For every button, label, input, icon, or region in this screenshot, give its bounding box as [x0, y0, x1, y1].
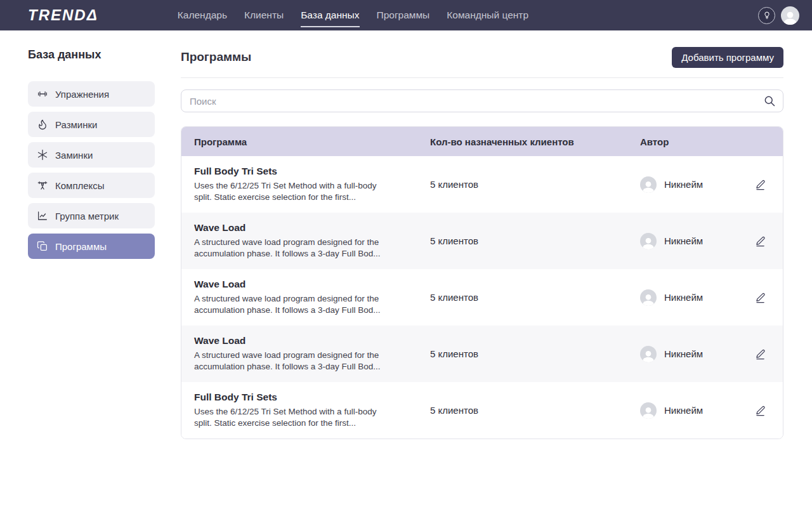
program-name: Full Body Tri Sets — [194, 392, 430, 403]
dumbbell-icon — [37, 88, 48, 100]
program-name: Wave Load — [194, 222, 430, 234]
program-cell: Wave Load A structured wave load program… — [194, 335, 430, 373]
pages-icon — [37, 241, 48, 252]
author-avatar — [640, 289, 657, 306]
program-name: Wave Load — [194, 279, 430, 290]
main-content: Программы Добавить программу Программа К… — [181, 46, 783, 439]
lightbulb-icon[interactable] — [758, 7, 775, 24]
column-header-clients: Кол-во назначенных клиентов — [430, 136, 640, 147]
top-navbar: TRENDΔ Календарь Клиенты База данных Про… — [0, 0, 812, 30]
author-cell: Никнейм — [640, 289, 752, 306]
search-icon[interactable] — [763, 95, 776, 110]
clients-count: 5 клиентов — [430, 235, 640, 246]
author-name: Никнейм — [664, 292, 703, 303]
author-cell: Никнейм — [640, 233, 752, 249]
sidebar: База данных Упражнения Разминки Заминки … — [28, 48, 155, 259]
header-divider — [181, 77, 783, 78]
nav-item[interactable]: Клиенты — [244, 7, 284, 23]
nav-item[interactable]: Календарь — [178, 7, 227, 23]
sidebar-item-label: Программы — [55, 241, 107, 252]
table-row[interactable]: Wave Load A structured wave load program… — [181, 213, 783, 269]
author-avatar — [640, 176, 657, 193]
sidebar-item-label: Разминки — [55, 119, 97, 130]
programs-table: Программа Кол-во назначенных клиентов Ав… — [181, 126, 783, 439]
user-avatar[interactable] — [781, 6, 799, 25]
sidebar-title: База данных — [28, 48, 155, 62]
sidebar-item[interactable]: Группа метрик — [28, 203, 155, 228]
sidebar-item-label: Комплексы — [55, 180, 105, 191]
add-program-button[interactable]: Добавить программу — [672, 47, 783, 68]
author-cell: Никнейм — [640, 176, 752, 193]
author-avatar — [640, 402, 657, 419]
author-avatar — [640, 233, 657, 249]
table-header: Программа Кол-во назначенных клиентов Ав… — [181, 127, 783, 156]
author-name: Никнейм — [664, 179, 703, 190]
program-cell: Full Body Tri Sets Uses the 6/12/25 Tri … — [194, 392, 430, 429]
nav-item[interactable]: База данных — [301, 7, 359, 23]
program-name: Wave Load — [194, 335, 430, 346]
column-header-program: Программа — [194, 136, 430, 147]
program-description: A structured wave load program designed … — [194, 237, 384, 260]
sidebar-item[interactable]: Комплексы — [28, 173, 155, 198]
sidebar-list: Упражнения Разминки Заминки Комплексы Гр… — [28, 81, 155, 259]
sidebar-item-label: Упражнения — [55, 89, 109, 100]
edit-icon[interactable] — [752, 348, 770, 360]
program-cell: Wave Load A structured wave load program… — [194, 279, 430, 316]
navbar-actions — [758, 6, 799, 25]
sidebar-item-label: Заминки — [55, 150, 93, 161]
main-nav: Календарь Клиенты База данных Программы … — [178, 7, 528, 23]
table-body: Full Body Tri Sets Uses the 6/12/25 Tri … — [181, 156, 783, 439]
table-row[interactable]: Wave Load A structured wave load program… — [181, 269, 783, 326]
edit-icon[interactable] — [752, 178, 770, 191]
nav-item[interactable]: Командный центр — [447, 7, 528, 23]
sidebar-item-label: Группа метрик — [55, 211, 119, 221]
author-name: Никнейм — [664, 235, 703, 246]
flame-icon — [37, 119, 48, 130]
program-description: A structured wave load program designed … — [194, 350, 384, 373]
weightlifter-icon — [37, 180, 48, 191]
snowflake-icon — [37, 149, 48, 161]
author-avatar — [640, 346, 657, 362]
table-row[interactable]: Full Body Tri Sets Uses the 6/12/25 Tri … — [181, 382, 783, 439]
author-name: Никнейм — [664, 405, 703, 416]
sidebar-item[interactable]: Упражнения — [28, 81, 155, 107]
program-description: Uses the 6/12/25 Tri Set Method with a f… — [194, 406, 384, 429]
column-header-author: Автор — [640, 136, 752, 147]
program-description: Uses the 6/12/25 Tri Set Method with a f… — [194, 180, 384, 203]
clients-count: 5 клиентов — [430, 179, 640, 190]
program-description: A structured wave load program designed … — [194, 293, 384, 316]
clients-count: 5 клиентов — [430, 405, 640, 416]
program-name: Full Body Tri Sets — [194, 166, 430, 177]
search-bar — [181, 89, 783, 112]
author-cell: Никнейм — [640, 402, 752, 419]
sidebar-item[interactable]: Программы — [28, 234, 155, 259]
edit-icon[interactable] — [752, 404, 770, 417]
table-row[interactable]: Full Body Tri Sets Uses the 6/12/25 Tri … — [181, 156, 783, 213]
program-cell: Full Body Tri Sets Uses the 6/12/25 Tri … — [194, 166, 430, 203]
edit-icon[interactable] — [752, 291, 770, 304]
brand-logo[interactable]: TRENDΔ — [28, 6, 98, 24]
page-title: Программы — [181, 50, 251, 64]
line-chart-icon — [37, 210, 48, 221]
main-header: Программы Добавить программу — [181, 46, 783, 69]
clients-count: 5 клиентов — [430, 348, 640, 359]
author-cell: Никнейм — [640, 346, 752, 362]
clients-count: 5 клиентов — [430, 292, 640, 303]
sidebar-item[interactable]: Заминки — [28, 142, 155, 168]
edit-icon[interactable] — [752, 235, 770, 248]
search-input[interactable] — [181, 89, 783, 112]
sidebar-item[interactable]: Разминки — [28, 112, 155, 137]
author-name: Никнейм — [664, 348, 703, 359]
table-row[interactable]: Wave Load A structured wave load program… — [181, 326, 783, 382]
nav-item[interactable]: Программы — [377, 7, 430, 23]
program-cell: Wave Load A structured wave load program… — [194, 222, 430, 260]
